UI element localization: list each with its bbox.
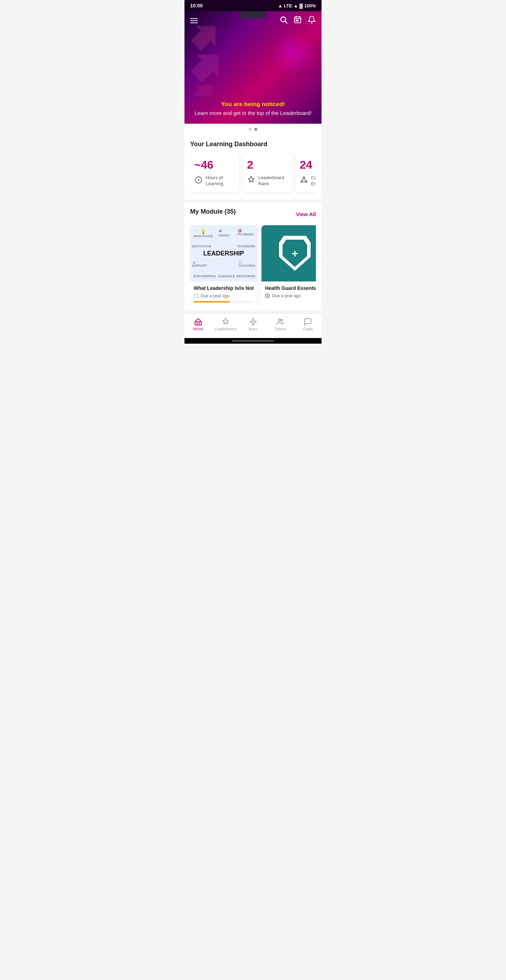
hero-text: You are being noticed! Learn more and ge… bbox=[185, 101, 321, 117]
leadership-card-title: What Leadership Is/Is Not bbox=[194, 285, 254, 291]
svg-point-10 bbox=[301, 181, 302, 182]
dot-2[interactable] bbox=[255, 128, 257, 131]
wifi-icon: ▲ bbox=[278, 3, 283, 8]
svg-marker-19 bbox=[250, 318, 256, 325]
dashboard-cards: ~46 Hours ofLearning 2 bbox=[190, 153, 316, 194]
svg-marker-17 bbox=[267, 295, 269, 297]
module-card-health[interactable]: + Health Guard Essentials Due a year ago bbox=[261, 225, 316, 305]
teams-icon bbox=[276, 318, 285, 326]
clock-icon bbox=[194, 176, 203, 186]
dot-1[interactable] bbox=[249, 128, 251, 131]
nav-item-chats[interactable]: Chats bbox=[294, 316, 321, 332]
dashboard-section: Your Learning Dashboard ~46 Hours ofLear… bbox=[190, 140, 316, 194]
leaderboard-number: 2 bbox=[247, 159, 253, 172]
view-all-button[interactable]: View All bbox=[296, 211, 316, 217]
hours-number: ~46 bbox=[194, 159, 213, 172]
courses-card: 24 CoursesEnrolled bbox=[296, 153, 316, 192]
svg-point-9 bbox=[303, 177, 305, 178]
svg-rect-18 bbox=[195, 322, 201, 325]
health-card-body: Health Guard Essentials Due a year ago bbox=[261, 282, 316, 301]
health-card-title: Health Guard Essentials bbox=[265, 285, 316, 291]
health-thumbnail: + bbox=[261, 225, 316, 282]
buzz-label: Buzz bbox=[249, 327, 257, 331]
health-due-text: Due a year ago bbox=[272, 293, 301, 298]
home-icon bbox=[194, 318, 202, 326]
hero-banner: You are being noticed! Learn more and ge… bbox=[185, 11, 321, 124]
svg-rect-7 bbox=[297, 20, 298, 21]
module-cards-container: 💡 INNOVATION 👁 VISION 🎯 PLANNING MOTIVAT… bbox=[190, 225, 316, 305]
dashboard-title: Your Learning Dashboard bbox=[190, 140, 316, 148]
svg-rect-6 bbox=[296, 20, 297, 21]
network-icon bbox=[300, 176, 308, 186]
module-header: My Module (35) View All bbox=[190, 208, 316, 220]
leaderboard-bottom: LeaderboardRank bbox=[247, 175, 284, 187]
leaderboard-label: LeaderboardRank bbox=[258, 175, 284, 187]
leadership-card-body: What Leadership Is/Is Not Due a year ago bbox=[190, 282, 257, 305]
menu-button[interactable] bbox=[190, 18, 198, 23]
lte-label: LTE bbox=[284, 3, 292, 8]
courses-number: 24 bbox=[300, 159, 312, 172]
search-icon[interactable] bbox=[279, 16, 288, 26]
hours-label: Hours ofLearning bbox=[205, 175, 223, 187]
svg-line-1 bbox=[285, 21, 288, 24]
teams-label: Teams bbox=[275, 327, 286, 331]
module-section: My Module (35) View All 💡 INNOVATION 👁 V… bbox=[185, 202, 321, 310]
notification-icon[interactable] bbox=[307, 16, 316, 26]
svg-point-20 bbox=[278, 319, 280, 321]
nav-item-home[interactable]: Home bbox=[185, 316, 212, 332]
chats-icon bbox=[304, 318, 312, 326]
home-bar bbox=[232, 340, 274, 342]
leadership-progress bbox=[194, 301, 254, 302]
signal-icon: ▲ bbox=[293, 3, 298, 8]
module-card-leadership[interactable]: 💡 INNOVATION 👁 VISION 🎯 PLANNING MOTIVAT… bbox=[190, 225, 257, 305]
status-bar: 10:00 ▲ LTE ▲ ▓ 100% bbox=[185, 0, 321, 11]
home-label: Home bbox=[193, 327, 203, 331]
home-indicator bbox=[185, 338, 321, 344]
buzz-icon bbox=[249, 318, 257, 326]
battery-label: 100% bbox=[304, 3, 316, 8]
hero-arrows bbox=[191, 22, 315, 95]
leaderboard-icon bbox=[221, 318, 230, 326]
hero-subtitle: Learn more and get to the top of the Lea… bbox=[191, 109, 315, 117]
hours-bottom: Hours ofLearning bbox=[194, 175, 223, 187]
health-due: Due a year ago bbox=[265, 293, 316, 298]
leaderboard-card: 2 LeaderboardRank bbox=[243, 153, 292, 192]
leadership-due: Due a year ago bbox=[194, 293, 254, 298]
status-time: 10:00 bbox=[190, 3, 203, 8]
bottom-navigation: Home Leaderboard Buzz Teams Chats bbox=[185, 313, 321, 338]
header-action-icons bbox=[279, 16, 316, 26]
svg-line-12 bbox=[301, 178, 304, 181]
calendar-icon[interactable] bbox=[293, 16, 302, 26]
hero-header bbox=[185, 11, 321, 30]
svg-point-15 bbox=[194, 294, 198, 298]
hours-card: ~46 Hours ofLearning bbox=[190, 153, 239, 192]
medal-icon bbox=[247, 176, 255, 186]
courses-label: CoursesEnrolled bbox=[311, 175, 316, 187]
svg-line-13 bbox=[304, 178, 306, 181]
shield-icon: + bbox=[279, 236, 310, 271]
leadership-due-text: Due a year ago bbox=[200, 293, 229, 298]
nav-item-leaderboard[interactable]: Leaderboard bbox=[212, 316, 239, 332]
status-icons: ▲ LTE ▲ ▓ 100% bbox=[278, 3, 316, 8]
leadership-thumbnail: 💡 INNOVATION 👁 VISION 🎯 PLANNING MOTIVAT… bbox=[190, 225, 257, 282]
hero-title: You are being noticed! bbox=[191, 101, 315, 108]
leaderboard-label: Leaderboard bbox=[215, 327, 237, 331]
svg-point-11 bbox=[306, 181, 307, 182]
nav-item-buzz[interactable]: Buzz bbox=[239, 316, 267, 332]
module-title: My Module (35) bbox=[190, 208, 236, 215]
nav-item-teams[interactable]: Teams bbox=[267, 316, 294, 332]
chats-label: Chats bbox=[303, 327, 313, 331]
svg-point-21 bbox=[281, 319, 283, 321]
carousel-dots bbox=[185, 124, 321, 135]
main-content: Your Learning Dashboard ~46 Hours ofLear… bbox=[185, 135, 321, 200]
courses-bottom: CoursesEnrolled bbox=[300, 175, 316, 187]
battery-icon: ▓ bbox=[299, 3, 302, 8]
